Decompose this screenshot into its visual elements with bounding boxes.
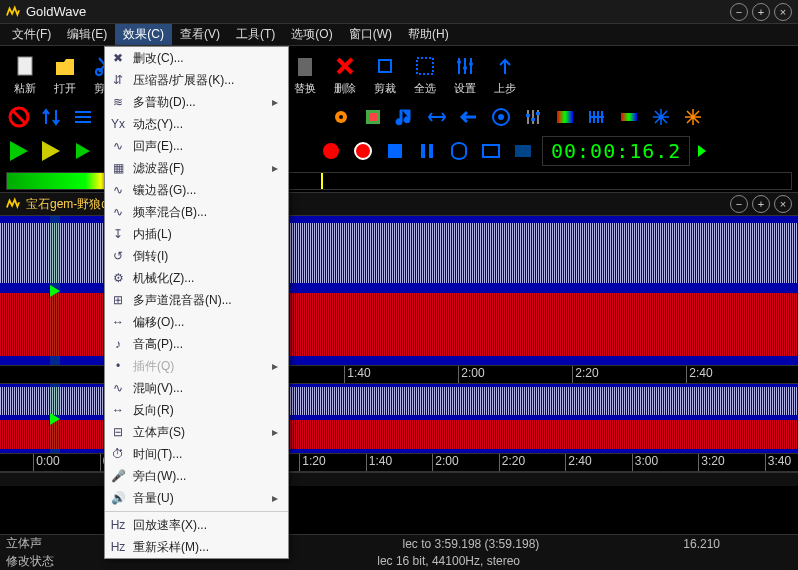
select-all-button[interactable]: 全选 — [406, 50, 444, 98]
menu-item-1[interactable]: 编辑(E) — [59, 24, 115, 45]
playback-rate-icon: Hz — [109, 516, 127, 534]
svg-rect-38 — [515, 145, 531, 157]
flow-icon[interactable] — [70, 104, 96, 130]
settings-icon — [452, 53, 478, 79]
menu-item-4[interactable]: 工具(T) — [228, 24, 283, 45]
svg-rect-35 — [421, 144, 425, 158]
delete-icon — [332, 53, 358, 79]
effects-menu-item[interactable]: Hz回放速率(X)... — [105, 514, 288, 536]
menu-item-5[interactable]: 选项(O) — [283, 24, 340, 45]
ruler-tick: 2:20 — [499, 454, 525, 471]
status-range: lec to 3:59.198 (3:59.198) — [403, 537, 540, 551]
menu-item-7[interactable]: 帮助(H) — [400, 24, 457, 45]
display-button[interactable] — [510, 138, 536, 164]
arrows-blue-icon[interactable] — [38, 104, 64, 130]
document-icon — [6, 197, 20, 211]
delete-button[interactable]: 删除 — [326, 50, 364, 98]
doc-maximize-button[interactable]: + — [752, 195, 770, 213]
ruler-tick: 2:40 — [565, 454, 591, 471]
menu-item-2[interactable]: 效果(C) — [115, 24, 172, 45]
effects-menu-item[interactable]: ∿频率混合(B)... — [105, 201, 288, 223]
playhead[interactable] — [50, 216, 60, 365]
record-alt-button[interactable] — [350, 138, 376, 164]
effects-menu-item[interactable]: ↔偏移(O)... — [105, 311, 288, 333]
status-channel: 立体声 — [6, 535, 42, 552]
pause-button[interactable] — [414, 138, 440, 164]
play-small-button[interactable] — [70, 138, 96, 164]
svg-rect-25 — [531, 118, 535, 121]
effects-menu-item[interactable]: ♪音高(P)... — [105, 333, 288, 355]
effects-menu-item[interactable]: Hz重新采样(M)... — [105, 536, 288, 558]
gate-icon[interactable] — [584, 104, 610, 130]
svg-line-17 — [13, 111, 25, 123]
arrow-left-icon[interactable] — [456, 104, 482, 130]
stop-button[interactable] — [382, 138, 408, 164]
effects-menu-item[interactable]: ≋多普勒(D)...▸ — [105, 91, 288, 113]
effects-menu-item[interactable]: ↧内插(L) — [105, 223, 288, 245]
effects-menu-item[interactable]: ∿镶边器(G)... — [105, 179, 288, 201]
folder-button[interactable]: 打开 — [46, 50, 84, 98]
effects-menu-item[interactable]: ↺倒转(I) — [105, 245, 288, 267]
effects-menu-item[interactable]: ⊞多声道混音器(N)... — [105, 289, 288, 311]
ruler-tick: 1:40 — [366, 454, 392, 471]
record-button[interactable] — [318, 138, 344, 164]
close-button[interactable]: × — [774, 3, 792, 21]
effects-menu-item[interactable]: Yx动态(Y)... — [105, 113, 288, 135]
effects-menu-item[interactable]: ↔反向(R) — [105, 399, 288, 421]
settings-button[interactable]: 设置 — [446, 50, 484, 98]
ruler-tick: 3:00 — [632, 454, 658, 471]
note-icon[interactable] — [392, 104, 418, 130]
status-position: 16.210 — [683, 537, 720, 551]
overview-playhead[interactable] — [50, 384, 60, 453]
svg-rect-26 — [536, 112, 540, 115]
cube-icon[interactable] — [360, 104, 386, 130]
file-button[interactable]: 粘新 — [6, 50, 44, 98]
effects-menu-item[interactable]: ⇵压缩器/扩展器(K)... — [105, 69, 288, 91]
menu-item-0[interactable]: 文件(F) — [4, 24, 59, 45]
gear-orange-icon[interactable] — [328, 104, 354, 130]
up-button[interactable]: 上步 — [486, 50, 524, 98]
effects-menu-item[interactable]: ▦滤波器(F)▸ — [105, 157, 288, 179]
svg-rect-10 — [298, 58, 312, 76]
pitch-icon: ♪ — [109, 335, 127, 353]
window-button[interactable] — [478, 138, 504, 164]
effects-menu-item[interactable]: ∿回声(E)... — [105, 135, 288, 157]
target-icon[interactable] — [488, 104, 514, 130]
menu-item-6[interactable]: 窗口(W) — [341, 24, 400, 45]
spectrum-icon[interactable] — [552, 104, 578, 130]
effects-menu-item[interactable]: ∿混响(V)... — [105, 377, 288, 399]
replace-icon — [292, 53, 318, 79]
maximize-button[interactable]: + — [752, 3, 770, 21]
loop-button[interactable] — [446, 138, 472, 164]
svg-rect-34 — [388, 144, 402, 158]
effects-menu-item[interactable]: 🔊音量(U)▸ — [105, 487, 288, 509]
title-bar: GoldWave − + × — [0, 0, 798, 24]
time-icon: ⏱ — [109, 445, 127, 463]
volume-icon: 🔊 — [109, 489, 127, 507]
effects-menu-item[interactable]: ⚙机械化(Z)... — [105, 267, 288, 289]
trim-icon — [372, 53, 398, 79]
effects-menu-item[interactable]: ⏱时间(T)... — [105, 443, 288, 465]
burst-icon[interactable] — [648, 104, 674, 130]
minimize-button[interactable]: − — [730, 3, 748, 21]
stop-red-icon[interactable] — [6, 104, 32, 130]
effects-menu-item[interactable]: ⊟立体声(S)▸ — [105, 421, 288, 443]
submenu-arrow-icon: ▸ — [272, 359, 278, 373]
effects-menu-item[interactable]: 🎤旁白(W)... — [105, 465, 288, 487]
select-all-icon — [412, 53, 438, 79]
sliders-icon[interactable] — [520, 104, 546, 130]
rainbow-icon[interactable] — [616, 104, 642, 130]
svg-point-19 — [339, 115, 343, 119]
menu-bar: 文件(F)编辑(E)效果(C)查看(V)工具(T)选项(O)窗口(W)帮助(H) — [0, 24, 798, 46]
play-green-button[interactable] — [6, 138, 32, 164]
menu-item-3[interactable]: 查看(V) — [172, 24, 228, 45]
burst2-icon[interactable] — [680, 104, 706, 130]
folder-icon — [52, 53, 78, 79]
play-yellow-button[interactable] — [38, 138, 64, 164]
doc-close-button[interactable]: × — [774, 195, 792, 213]
arrows-horiz-icon[interactable] — [424, 104, 450, 130]
replace-button[interactable]: 替换 — [286, 50, 324, 98]
doc-minimize-button[interactable]: − — [730, 195, 748, 213]
effects-menu-item[interactable]: ✖删改(C)... — [105, 47, 288, 69]
trim-button[interactable]: 剪裁 — [366, 50, 404, 98]
